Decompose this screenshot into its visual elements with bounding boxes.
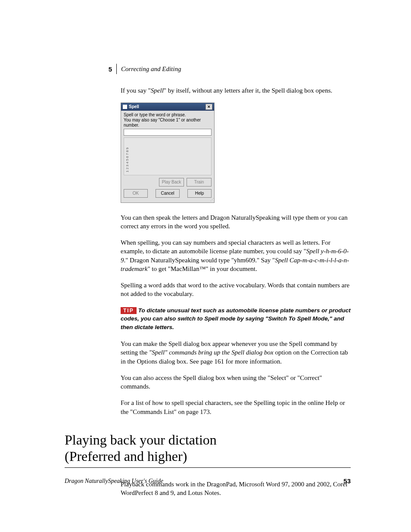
text: ." Dragon NaturallySpeaking would type "… — [124, 257, 275, 264]
text: If you say " — [121, 87, 151, 94]
choice-numbers: 1 2 3 4 5 6 7 8 9 — [126, 139, 130, 172]
text: " by itself, without any letters after i… — [164, 87, 332, 94]
text-italic: "Spell" commands bring up the Spell dial… — [149, 349, 274, 356]
paragraph: You can also access the Spell dialog box… — [121, 373, 351, 391]
playback-button[interactable]: Play Back — [159, 178, 184, 187]
train-button[interactable]: Train — [187, 178, 212, 187]
spell-input[interactable] — [124, 129, 212, 136]
paragraph: You can make the Spell dialog box appear… — [121, 339, 351, 366]
tip-block: TIPTo dictate unusual text such as autom… — [121, 306, 351, 332]
tip-badge: TIP — [121, 307, 137, 314]
close-icon[interactable]: ✕ — [206, 104, 212, 110]
paragraph-intro: If you say "Spell" by itself, without an… — [121, 86, 351, 95]
text-italic: Spell — [151, 87, 164, 94]
text: When spelling, you can say numbers and s… — [121, 239, 330, 255]
resize-grip-icon: ⋰ — [121, 199, 214, 202]
heading-line-1: Playing back your dictation — [65, 432, 217, 448]
paragraph: For a list of how to spell special chara… — [121, 398, 351, 416]
page-footer: Dragon NaturallySpeaking User's Guide 53 — [65, 477, 351, 485]
section-heading: Playing back your dictation (Preferred a… — [65, 432, 351, 465]
footer-guide-title: Dragon NaturallySpeaking User's Guide — [65, 478, 163, 485]
dialog-instruction-2: You may also say "Choose 1" or another n… — [124, 118, 212, 128]
page-header: 5 Correcting and Editing — [65, 64, 351, 74]
cancel-button[interactable]: Cancel — [156, 189, 180, 198]
chapter-number: 5 — [65, 65, 116, 73]
choice-list: 1 2 3 4 5 6 7 8 9 — [124, 137, 212, 175]
heading-rule — [65, 467, 351, 468]
text: " to get "MacMillan™" in your document. — [148, 265, 257, 272]
paragraph: Spelling a word adds that word to the ac… — [121, 281, 351, 299]
dialog-title: Spell — [129, 104, 139, 109]
paragraph: When spelling, you can say numbers and s… — [121, 238, 351, 273]
ok-button[interactable]: OK — [124, 189, 148, 198]
spell-dialog: Spell ✕ Spell or type the word or phrase… — [121, 103, 215, 202]
app-icon — [123, 105, 127, 109]
heading-line-2: (Preferred and higher) — [65, 448, 187, 464]
tip-text: To dictate unusual text such as automobi… — [121, 307, 351, 331]
header-divider — [116, 64, 117, 74]
page-number: 53 — [343, 477, 351, 485]
help-button[interactable]: Help — [187, 189, 212, 198]
dialog-instruction-1: Spell or type the word or phrase. — [124, 112, 212, 118]
dialog-titlebar: Spell ✕ — [121, 103, 214, 111]
paragraph: You can then speak the letters and Drago… — [121, 213, 351, 231]
chapter-title: Correcting and Editing — [121, 65, 181, 73]
